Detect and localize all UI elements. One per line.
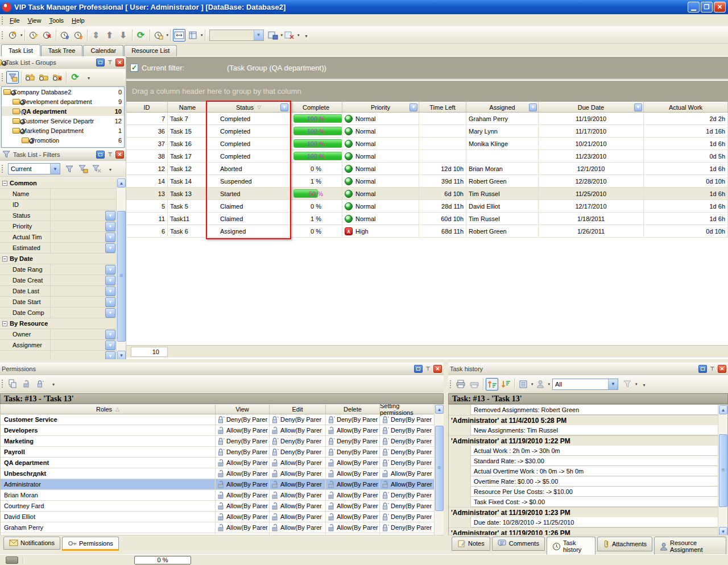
dropdown-arrow-icon[interactable]: ▾	[281, 33, 283, 38]
perm-edit[interactable]: Allow(By Parer	[270, 522, 326, 533]
perm-view[interactable]: Deny(By Parer	[216, 436, 270, 447]
perm-view[interactable]: Allow(By Parer	[216, 522, 270, 533]
delete-task-button[interactable]	[41, 29, 53, 41]
perm-view[interactable]: Allow(By Parer	[216, 479, 270, 490]
history-scrollbar[interactable]: ▲▼	[718, 405, 727, 536]
filter-clear-button[interactable]	[90, 163, 103, 175]
delete-group-button[interactable]	[51, 71, 64, 84]
history-entry-item[interactable]: Due date: 10/28/2010 -> 11/25/2010	[449, 517, 727, 527]
perm-view[interactable]: Allow(By Parer	[216, 490, 270, 501]
filter-dropdown-icon[interactable]: ▼	[280, 103, 288, 111]
tab-task-history[interactable]: Task history	[547, 537, 595, 556]
panel-pin-icon[interactable]: ⊤	[106, 59, 114, 67]
vertical-splitter[interactable]	[444, 363, 448, 535]
panel-close-icon[interactable]: ✕	[115, 151, 124, 159]
perm-view[interactable]: Allow(By Parer	[216, 468, 270, 479]
fit-width-button[interactable]	[173, 29, 185, 41]
task-row-13[interactable]: 13Task 13Started50 %Normal6d 10hTim Russ…	[126, 188, 728, 200]
permission-row-graham-perry[interactable]: Graham PerryAllow(By ParerAllow(By Parer…	[1, 522, 444, 533]
permission-row-courtney-fard[interactable]: Courtney FardAllow(By ParerAllow(By Pare…	[1, 501, 444, 512]
perm-delete[interactable]: Allow(By Parer	[326, 522, 380, 533]
tree-item-company-database2[interactable]: −Company Database20	[2, 87, 124, 97]
panel-close-icon[interactable]: ✕	[433, 365, 442, 373]
tree-item-marketing-department[interactable]: −Marketing Department1	[2, 126, 124, 135]
scroll-thumb[interactable]	[435, 426, 444, 511]
filter-row-assignmer[interactable]: Assignmer▼	[0, 340, 126, 351]
perm-view[interactable]: Deny(By Parer	[216, 447, 270, 458]
scroll-down-icon[interactable]: ▼	[117, 351, 126, 360]
perm-view[interactable]: Allow(By Parer	[216, 512, 270, 522]
column-header-priority[interactable]: Priority▼	[342, 102, 419, 113]
perm-view[interactable]: Allow(By Parer	[216, 458, 270, 468]
chevron-down-icon[interactable]: ▼	[105, 232, 115, 242]
perm-column-edit[interactable]: Edit	[270, 404, 326, 414]
scroll-thumb[interactable]	[719, 434, 727, 507]
tab-comments[interactable]: Comments	[492, 537, 545, 551]
tab-permissions[interactable]: Permissions	[62, 537, 119, 551]
person-filter-button[interactable]	[534, 378, 547, 390]
permission-row-developers[interactable]: DevelopersAllow(By ParerAllow(By ParerAl…	[1, 425, 444, 436]
filter-row-date-rang[interactable]: Date Rang▼	[0, 264, 126, 275]
edit-group-button[interactable]	[38, 71, 50, 84]
scroll-up-icon[interactable]: ▲	[435, 405, 444, 414]
chevron-down-icon[interactable]: ▼	[105, 265, 115, 275]
column-header-due-date[interactable]: Due Date▼	[539, 102, 644, 113]
new-group-button[interactable]	[24, 71, 36, 84]
tab-calendar[interactable]: Calendar	[83, 45, 123, 56]
tree-item-customer-service-departr[interactable]: Customer Service Departr12	[2, 116, 124, 126]
history-entry-header[interactable]: 'Administrator' at 11/4/2010 5:28 PM	[449, 415, 727, 425]
panel-close-icon[interactable]: ✕	[718, 365, 726, 373]
chevron-down-icon[interactable]: ▼	[105, 340, 115, 350]
panel-restore-icon[interactable]	[698, 365, 707, 373]
perm-delete[interactable]: Allow(By Parer	[326, 468, 380, 479]
view-mode-button[interactable]	[152, 29, 165, 41]
history-entry-item[interactable]: Standard Rate: -> $30.00	[449, 456, 727, 466]
chevron-down-icon[interactable]: ▼	[105, 308, 115, 318]
filter-save-button[interactable]	[77, 163, 89, 175]
tree-item-qa-department[interactable]: QA department10	[2, 106, 124, 116]
filters-scrollbar[interactable]: ▲▼	[116, 178, 126, 360]
scroll-thumb[interactable]	[117, 211, 126, 342]
filter-section-by-date[interactable]: −By Date	[0, 254, 126, 264]
panel-restore-icon[interactable]	[96, 59, 105, 67]
task-row-5[interactable]: 5Task 5Claimed0 %Normal28d 11hDavid Elli…	[126, 200, 728, 213]
perm-setting-permissions[interactable]: Deny(By Parer	[380, 490, 435, 501]
chevron-down-icon[interactable]: ▼	[105, 211, 115, 221]
dropdown-arrow-icon[interactable]: ▾	[531, 382, 533, 387]
history-filter-button[interactable]	[621, 378, 634, 390]
column-header-name[interactable]: Name	[168, 102, 208, 113]
filter-field-value[interactable]	[50, 232, 105, 242]
tree-item-promotion[interactable]: Promotion6	[2, 135, 124, 145]
perm-column-delete[interactable]: Delete	[326, 404, 380, 414]
print-preview-button[interactable]	[468, 378, 481, 390]
perm-setting-permissions[interactable]: Deny(By Parer	[380, 512, 435, 522]
filter-field-value[interactable]	[50, 275, 105, 285]
filter-section-common[interactable]: −Common	[0, 178, 126, 189]
perm-column-view[interactable]: View	[216, 404, 270, 414]
panel-restore-icon[interactable]	[414, 365, 423, 373]
overflow-button[interactable]: ▾	[638, 378, 651, 390]
menu-tools[interactable]: Tools	[45, 15, 68, 26]
permission-row-unbeschrдnkt[interactable]: UnbeschrдnktAllow(By ParerAllow(By Parer…	[1, 468, 444, 479]
filter-field-value[interactable]	[50, 221, 105, 231]
filter-field-value[interactable]	[50, 243, 105, 253]
perm-edit[interactable]: Allow(By Parer	[270, 490, 326, 501]
panel-close-icon[interactable]: ✕	[115, 59, 124, 67]
menu-file[interactable]: File	[6, 15, 24, 26]
perm-view[interactable]: Deny(By Parer	[216, 414, 270, 425]
perm-delete[interactable]: Deny(By Parer	[326, 447, 380, 458]
restore-button[interactable]: ❐	[701, 2, 713, 13]
filter-row-status[interactable]: Status▼	[0, 210, 126, 221]
complete-task-button[interactable]	[72, 29, 85, 41]
perm-column-roles[interactable]: Roles△	[1, 404, 216, 414]
perm-edit[interactable]: Allow(By Parer	[270, 501, 326, 512]
perm-column-setting-permissions[interactable]: Setting permissions	[380, 404, 435, 414]
task-row-12[interactable]: 12Task 12Aborted0 %Normal12d 10hBrian Mo…	[126, 163, 728, 175]
scroll-up-icon[interactable]: ▲	[117, 178, 126, 188]
perm-setting-permissions[interactable]: Deny(By Parer	[380, 436, 435, 447]
history-entry-item[interactable]: Overtime Rate: $0.00 -> $5.00	[449, 476, 727, 487]
new-task-button[interactable]	[6, 29, 19, 41]
chevron-down-icon[interactable]: ▼	[105, 351, 115, 360]
layout-save-button[interactable]	[267, 29, 279, 41]
perm-edit[interactable]: Deny(By Parer	[270, 436, 326, 447]
